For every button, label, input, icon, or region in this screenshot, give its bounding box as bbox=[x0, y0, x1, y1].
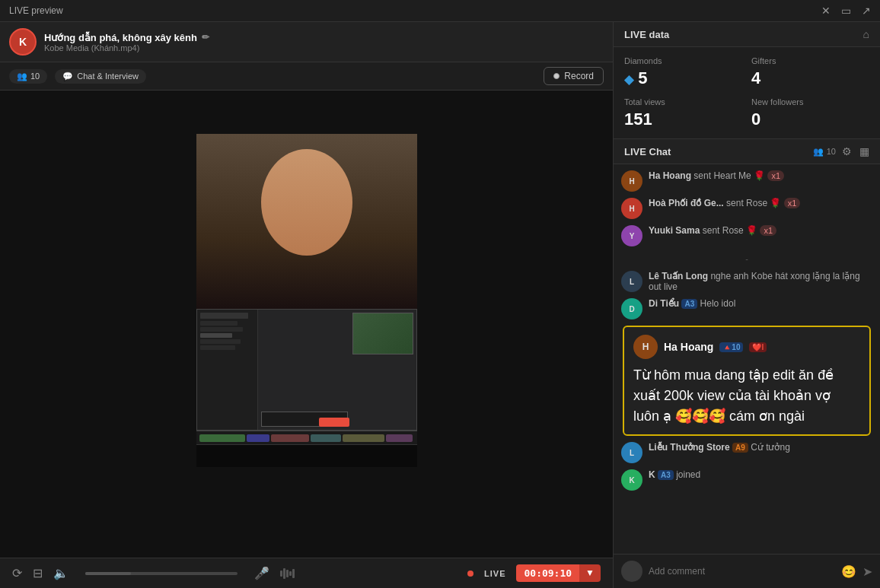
comment-icons: 😊 ➤ bbox=[841, 564, 872, 579]
gift-count-3: x1 bbox=[760, 225, 776, 236]
tl-seg-2 bbox=[247, 434, 269, 442]
username-yuuki: Yuuki Sama bbox=[649, 225, 700, 236]
diamond-icon: ◆ bbox=[624, 73, 633, 86]
emoji-icon[interactable]: 😊 bbox=[841, 564, 856, 579]
avatar-hoa: H bbox=[621, 198, 642, 219]
progress-bar[interactable] bbox=[85, 572, 238, 575]
preview-controls: 👥 10 💬 Chat & Interview Record bbox=[0, 62, 613, 91]
screen-recording-preview bbox=[196, 309, 417, 431]
new-followers-stat: New followers 0 bbox=[751, 97, 869, 129]
stream-subtitle: Kobe Media (Khánh.mp4) bbox=[44, 43, 209, 52]
highlight-header: H Ha Hoang 🔺10 ❤️I bbox=[633, 335, 860, 359]
person-silhouette bbox=[196, 134, 417, 309]
username-lieu-thuong: Liễu Thưởng Store bbox=[649, 442, 730, 453]
chat-body-hoa-gift: Hoà Phối đồ Ge... sent Rose 🌹 x1 bbox=[649, 198, 800, 208]
share-icon[interactable]: ↗ bbox=[862, 5, 871, 17]
highlight-username: Ha Hoang bbox=[664, 341, 713, 353]
chat-message-lieu-thuong: L Liễu Thưởng Store A9 Cứ tưởng bbox=[621, 442, 872, 463]
stats-grid: Diamonds ◆ 5 Gifters 4 Total views 151 N… bbox=[614, 47, 880, 139]
send-icon[interactable]: ➤ bbox=[862, 564, 872, 579]
chat-message-di-tieu: D Di Tiểu A3 Helo idol bbox=[621, 298, 872, 319]
top-bar-icons: ✕ ▭ ↗ bbox=[821, 5, 871, 17]
avatar-le-tuan: L bbox=[621, 271, 642, 292]
audio-bar-1 bbox=[280, 571, 282, 577]
username-di-tieu: Di Tiểu bbox=[649, 298, 679, 309]
record-label: Record bbox=[564, 71, 594, 81]
monitor-icon[interactable]: ▭ bbox=[841, 5, 851, 17]
avatar-yuuki: Y bbox=[621, 225, 642, 246]
chat-text-di-tieu: Helo idol bbox=[700, 298, 736, 309]
chat-count: 👥 10 bbox=[813, 147, 836, 157]
highlight-avatar: H bbox=[633, 335, 658, 359]
timer-chevron-button[interactable]: ▼ bbox=[579, 564, 601, 582]
tl-seg-1 bbox=[199, 434, 245, 442]
settings-chat-icon[interactable]: ⚙ bbox=[842, 145, 852, 157]
chat-body-yuuki-gift: Yuuki Sama sent Rose 🌹 x1 bbox=[649, 225, 776, 236]
live-data-header: LIVE data ⌂ bbox=[614, 22, 880, 47]
username-hoa: Hoà Phối đồ Ge... bbox=[649, 198, 724, 208]
badge-a3-di-tieu: A3 bbox=[681, 299, 697, 309]
left-panel: K Hướng dẫn phá, không xây kênh ✏ Kobe M… bbox=[0, 22, 614, 588]
preview-header: K Hướng dẫn phá, không xây kênh ✏ Kobe M… bbox=[0, 22, 613, 62]
chat-count-value: 10 bbox=[827, 147, 836, 156]
tl-seg-4 bbox=[311, 434, 341, 442]
avatar-ha-hoang: H bbox=[621, 170, 642, 192]
highlighted-message: H Ha Hoang 🔺10 ❤️I Từ hôm mua dang tập e… bbox=[623, 326, 871, 436]
chat-messages: H Ha Hoang sent Heart Me 🌹 x1 H Hoà Phối… bbox=[614, 164, 880, 554]
total-views-value: 151 bbox=[624, 110, 742, 129]
chat-message-k-joined: K K A3 joined bbox=[621, 469, 872, 491]
chat-body-k: K A3 joined bbox=[649, 469, 700, 480]
mic-icon[interactable]: 🎤 bbox=[254, 566, 269, 580]
cross-icon[interactable]: ✕ bbox=[821, 5, 831, 17]
chat-text-lieu-thuong: Cứ tưởng bbox=[751, 442, 790, 453]
stream-avatar: K bbox=[9, 28, 37, 56]
tl-seg-3 bbox=[271, 434, 309, 442]
tl-seg-6 bbox=[386, 434, 413, 442]
badge-a3-k: A3 bbox=[658, 470, 674, 480]
highlight-text: Từ hôm mua dang tập edit ăn đề xuất 200k… bbox=[633, 365, 860, 427]
chat-body-di-tieu: Di Tiểu A3 Helo idol bbox=[649, 298, 735, 309]
edit-title-icon[interactable]: ✏ bbox=[202, 32, 209, 43]
username-le-tuan: Lê Tuấn Long bbox=[649, 271, 708, 281]
right-panel: LIVE data ⌂ Diamonds ◆ 5 Gifters 4 Total… bbox=[614, 22, 880, 588]
chat-body-le-tuan: Lê Tuấn Long nghe anh Kobe hát xong lặng… bbox=[649, 271, 872, 292]
record-indicator bbox=[553, 73, 560, 79]
timeline-bar bbox=[196, 431, 417, 444]
gift-count-1: x1 bbox=[767, 170, 784, 181]
timer-display: 00:09:10 bbox=[516, 564, 579, 582]
viewers-icon: 👥 bbox=[17, 72, 27, 81]
live-chat-header: LIVE Chat 👥 10 ⚙ ▦ bbox=[614, 139, 880, 164]
chat-interview-label: Chat & Interview bbox=[77, 72, 139, 81]
audio-bar-3 bbox=[286, 570, 289, 577]
avatar-k: K bbox=[621, 469, 642, 491]
chat-message-yuuki-gift: Y Yuuki Sama sent Rose 🌹 x1 bbox=[621, 225, 872, 246]
screen-main bbox=[258, 310, 416, 430]
settings-icon[interactable]: ⟳ bbox=[12, 566, 22, 580]
comment-user-avatar bbox=[621, 561, 642, 582]
home-icon[interactable]: ⌂ bbox=[863, 28, 869, 40]
chat-message-hoa-gift: H Hoà Phối đồ Ge... sent Rose 🌹 x1 bbox=[621, 198, 872, 219]
chat-message-ha-hoang-gift: H Ha Hoang sent Heart Me 🌹 x1 bbox=[621, 170, 872, 192]
sliders-icon[interactable]: ⊟ bbox=[33, 566, 43, 580]
chat-divider: - bbox=[621, 254, 872, 263]
chat-icon: 💬 bbox=[62, 72, 73, 81]
layout-icon[interactable]: ▦ bbox=[859, 145, 869, 157]
audio-bar-4 bbox=[289, 571, 292, 576]
badge-level-10: 🔺10 bbox=[719, 342, 743, 352]
gifters-label: Gifters bbox=[751, 56, 869, 65]
username-k: K bbox=[649, 469, 655, 480]
avatar-di-tieu: D bbox=[621, 298, 642, 319]
avatar-lieu-thuong: L bbox=[621, 442, 642, 463]
live-chat-title: LIVE Chat bbox=[624, 146, 671, 157]
main-layout: K Hướng dẫn phá, không xây kênh ✏ Kobe M… bbox=[0, 22, 880, 588]
stream-title: Hướng dẫn phá, không xây kênh ✏ bbox=[44, 32, 209, 43]
volume-icon[interactable]: 🔈 bbox=[53, 566, 69, 580]
chat-interview-button[interactable]: 💬 Chat & Interview bbox=[55, 69, 146, 84]
chat-icons: ⚙ ▦ bbox=[842, 145, 869, 157]
black-bar bbox=[196, 444, 417, 467]
comment-input[interactable] bbox=[649, 566, 835, 577]
viewers-count: 10 bbox=[30, 72, 40, 81]
record-button[interactable]: Record bbox=[544, 67, 604, 85]
chat-text-ha-hoang: sent Heart Me 🌹 bbox=[693, 170, 767, 181]
audio-bar-5 bbox=[292, 569, 295, 578]
